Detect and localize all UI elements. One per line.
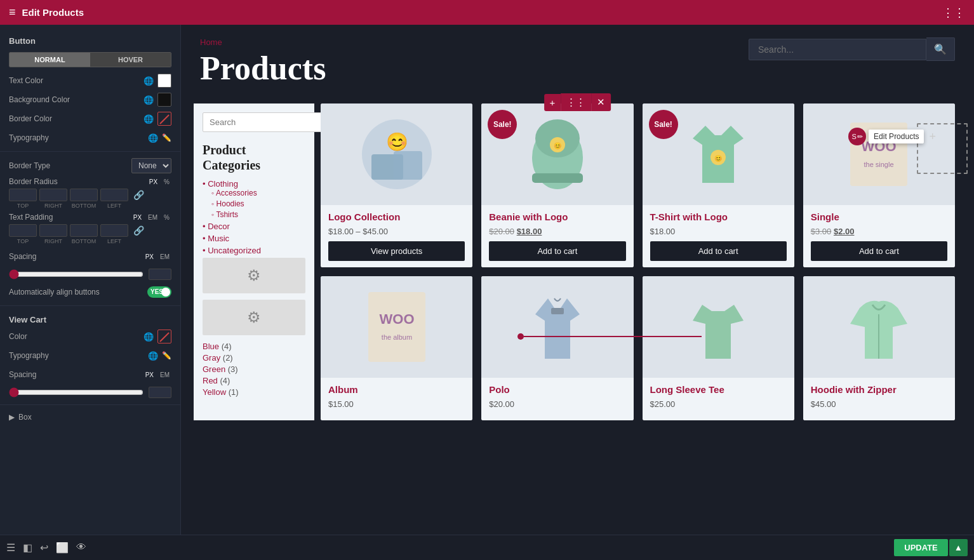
product-info-beanie: Beanie with Logo $20.00 $18.00 Add to ca… — [481, 205, 633, 267]
product-btn-tshirt[interactable]: Add to cart — [650, 241, 787, 261]
bg-color-global-icon[interactable]: 🌐 — [143, 95, 154, 105]
color-green[interactable]: Green (3) — [203, 364, 305, 374]
color-red[interactable]: Red (4) — [203, 376, 305, 385]
spacing-slider[interactable] — [9, 269, 143, 279]
product-album[interactable]: WOO the album Album $15.00 — [321, 276, 472, 420]
category-search-input[interactable] — [203, 112, 323, 132]
border-color-picker[interactable] — [157, 112, 171, 126]
product-img-album: WOO the album — [321, 276, 472, 378]
vc-spacing-slider[interactable] — [9, 387, 143, 397]
product-btn-beanie[interactable]: Add to cart — [489, 241, 625, 261]
spacing-value[interactable] — [149, 269, 171, 280]
layers-icon[interactable]: ◧ — [23, 542, 32, 554]
product-logo-collection[interactable]: 😊 Logo Collection $18.00 – $45.00 View p… — [321, 103, 472, 267]
widget-add-btn[interactable]: + — [544, 94, 561, 111]
color-gray[interactable]: Gray (2) — [203, 353, 305, 363]
svg-text:the album: the album — [381, 333, 411, 341]
product-img-polo — [481, 276, 633, 378]
pad-label-right: RIGHT — [39, 238, 67, 244]
padding-pct-btn[interactable]: % — [162, 213, 171, 222]
bg-color-row: Background Color 🌐 — [0, 90, 180, 109]
vc-typo-edit-icon[interactable]: ✏️ — [162, 351, 171, 360]
update-arrow-btn[interactable]: ▲ — [949, 539, 968, 556]
vc-color-global-icon[interactable]: 🌐 — [143, 332, 154, 342]
preview-icon[interactable]: 👁 — [76, 542, 86, 554]
product-hoodie[interactable]: Hoodie with Zipper $45.00 — [803, 276, 955, 420]
tab-normal[interactable]: NORMAL — [10, 53, 90, 67]
update-button[interactable]: UPDATE — [894, 539, 947, 556]
add-widget-icon[interactable]: + — [929, 130, 936, 143]
padding-link-icon[interactable]: 🔗 — [133, 225, 144, 236]
padding-bottom[interactable] — [70, 224, 98, 237]
cat-uncategorized[interactable]: Uncategorized — [203, 246, 305, 255]
border-radius-right[interactable] — [39, 189, 67, 201]
svg-text:the single: the single — [864, 161, 894, 168]
bg-color-picker[interactable] — [157, 93, 171, 107]
grid-icon[interactable]: ⋮⋮ — [942, 6, 965, 20]
padding-px-btn[interactable]: PX — [131, 213, 143, 222]
cat-decor[interactable]: Decor — [203, 222, 305, 231]
vc-typo-global-icon[interactable]: 🌐 — [148, 351, 158, 361]
vc-spacing-px-btn[interactable]: PX — [143, 371, 156, 379]
product-beanie[interactable]: Sale! 😊 Beanie with Logo $2 — [481, 103, 633, 267]
typography-global-icon[interactable]: 🌐 — [148, 133, 158, 143]
widget-close-btn[interactable]: ✕ — [591, 93, 611, 111]
cat-accessories[interactable]: Accessories — [211, 189, 305, 197]
box-section[interactable]: ▶ Box — [0, 409, 180, 425]
border-color-global-icon[interactable]: 🌐 — [143, 114, 154, 124]
hamburger-bottom-icon[interactable]: ☰ — [6, 542, 15, 554]
text-color-picker[interactable] — [157, 74, 171, 88]
padding-em-btn[interactable]: EM — [146, 213, 159, 222]
border-radius-pct-btn[interactable]: % — [162, 178, 171, 186]
color-blue[interactable]: Blue (4) — [203, 342, 305, 351]
border-radius-link-icon[interactable]: 🔗 — [133, 190, 144, 200]
padding-top[interactable] — [9, 224, 37, 237]
padding-right[interactable] — [39, 224, 67, 237]
cat-widget-1: ⚙ — [203, 258, 305, 293]
border-radius-px-btn[interactable]: PX — [147, 178, 159, 186]
product-longsleeve[interactable]: Long Sleeve Tee $25.00 — [643, 276, 794, 420]
auto-align-toggle[interactable]: YES — [147, 286, 171, 298]
spacing-px-btn[interactable]: PX — [143, 253, 156, 261]
padding-left[interactable] — [100, 224, 128, 237]
auto-align-row: Automatically align buttons YES — [0, 283, 180, 302]
edit-products-icon[interactable]: S ✏ — [848, 128, 866, 145]
color-yellow[interactable]: Yellow (1) — [203, 387, 305, 397]
history-icon[interactable]: ↩ — [40, 542, 48, 554]
tab-hover[interactable]: HOVER — [90, 53, 171, 67]
product-tshirt[interactable]: Sale! 😊 T-Shirt with Logo $18.00 Add to … — [643, 103, 794, 267]
product-polo[interactable]: Polo $20.00 — [481, 276, 633, 420]
product-price-tshirt: $18.00 — [650, 227, 787, 236]
cat-music[interactable]: Music — [203, 234, 305, 243]
border-type-row: Border Type None — [0, 156, 180, 176]
product-price-longsleeve: $25.00 — [650, 399, 787, 409]
vc-color-picker[interactable] — [157, 330, 171, 343]
product-img-hoodie — [803, 276, 955, 378]
border-radius-bottom[interactable] — [70, 189, 98, 201]
widget-move-btn[interactable]: ⋮⋮ — [561, 93, 591, 111]
responsive-icon[interactable]: ⬜ — [56, 542, 69, 554]
product-btn-logo[interactable]: View products — [328, 241, 465, 261]
border-radius-left[interactable] — [100, 189, 128, 201]
svg-text:😊: 😊 — [385, 131, 408, 152]
border-color-label: Border Color — [9, 114, 52, 123]
spacing-em-btn[interactable]: EM — [158, 253, 171, 261]
product-name-longsleeve: Long Sleeve Tee — [650, 384, 787, 396]
content-area: Home Products 🔍 + ⋮⋮ ✕ 🔍 Product Categor… — [181, 25, 974, 535]
border-radius-top[interactable] — [9, 189, 37, 201]
product-grid: 😊 Logo Collection $18.00 – $45.00 View p… — [314, 103, 961, 420]
cat-tshirts[interactable]: Tshirts — [211, 210, 305, 219]
vc-spacing-value[interactable] — [149, 387, 171, 398]
cat-clothing[interactable]: Clothing Accessories Hoodies Tshirts — [203, 179, 305, 219]
product-btn-single[interactable]: Add to cart — [811, 241, 947, 261]
vc-spacing-em-btn[interactable]: EM — [158, 371, 171, 379]
hamburger-icon[interactable]: ≡ — [9, 6, 16, 19]
text-color-global-icon[interactable]: 🌐 — [143, 76, 154, 86]
border-type-select[interactable]: None — [131, 158, 171, 173]
typography-edit-icon[interactable]: ✏️ — [162, 133, 171, 142]
search-button[interactable]: 🔍 — [926, 37, 955, 61]
label-right: RIGHT — [39, 203, 67, 209]
cat-hoodies[interactable]: Hoodies — [211, 199, 305, 208]
search-input[interactable] — [749, 39, 926, 60]
topbar-title: Edit Products — [22, 7, 84, 18]
